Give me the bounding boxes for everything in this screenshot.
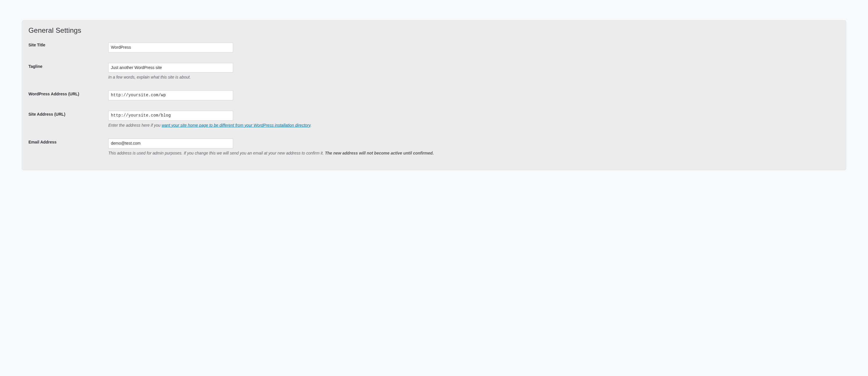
row-site-title: Site Title — [28, 43, 840, 58]
row-email-address: Email Address This address is used for a… — [28, 134, 840, 162]
tagline-label: Tagline — [28, 64, 42, 69]
site-title-input[interactable] — [108, 43, 233, 53]
row-site-address: Site Address (URL) Enter the address her… — [28, 106, 840, 134]
site-title-label: Site Title — [28, 43, 45, 47]
site-address-desc-prefix: Enter the address here if you — [108, 123, 162, 128]
site-address-input[interactable] — [108, 111, 233, 121]
wordpress-address-input[interactable] — [108, 91, 233, 100]
tagline-description: In a few words, explain what this site i… — [108, 74, 840, 80]
site-address-label: Site Address (URL) — [28, 112, 65, 116]
general-settings-panel: General Settings Site Title Tagline In a… — [22, 20, 846, 170]
email-desc-plain: This address is used for admin purposes.… — [108, 151, 325, 156]
site-address-description: Enter the address here if you want your … — [108, 122, 840, 128]
email-desc-strong: The new address will not become active u… — [325, 151, 434, 156]
row-tagline: Tagline In a few words, explain what thi… — [28, 58, 840, 86]
settings-form-table: Site Title Tagline In a few words, expla… — [28, 43, 840, 162]
wordpress-address-label: WordPress Address (URL) — [28, 92, 79, 96]
tagline-input[interactable] — [108, 63, 233, 73]
page-title: General Settings — [28, 26, 840, 34]
email-address-label: Email Address — [28, 140, 57, 144]
email-address-input[interactable] — [108, 139, 233, 148]
email-address-description: This address is used for admin purposes.… — [108, 150, 840, 156]
site-address-desc-suffix: . — [310, 123, 311, 128]
row-wordpress-address: WordPress Address (URL) — [28, 86, 840, 106]
site-address-desc-link[interactable]: want your site home page to be different… — [162, 123, 311, 128]
